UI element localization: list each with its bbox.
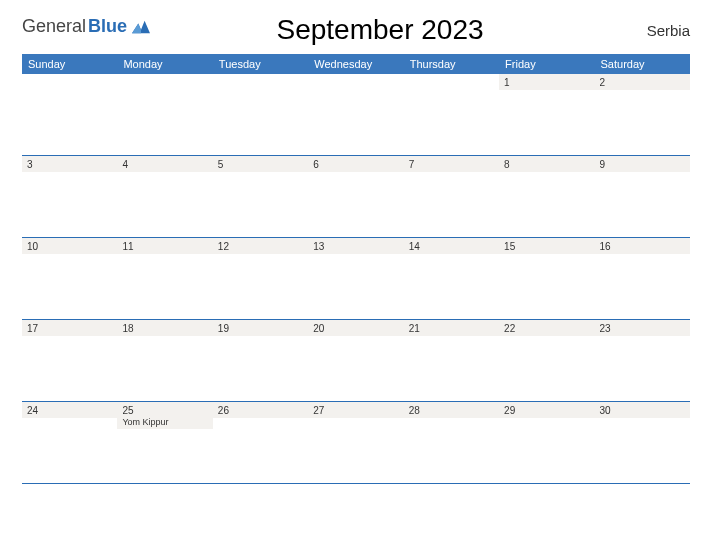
day-cell: 20 (308, 320, 403, 402)
day-body (595, 254, 690, 319)
day-body (22, 172, 117, 237)
day-body (404, 418, 499, 483)
day-body (117, 429, 212, 483)
day-number: 14 (409, 241, 494, 252)
dayname-mon: Monday (117, 54, 212, 74)
day-body (213, 254, 308, 319)
day-number: 7 (409, 159, 494, 170)
day-body (595, 90, 690, 155)
day-number: 19 (218, 323, 303, 334)
day-number: 15 (504, 241, 589, 252)
day-body (499, 90, 594, 155)
day-body (213, 172, 308, 237)
dayname-fri: Friday (499, 54, 594, 74)
week-row: 17181920212223 (22, 320, 690, 402)
day-cell: 2 (595, 74, 690, 156)
day-body (22, 336, 117, 401)
day-cell: 17 (22, 320, 117, 402)
day-body (117, 336, 212, 401)
day-body (308, 172, 403, 237)
day-number: 22 (504, 323, 589, 334)
day-body (213, 418, 308, 483)
day-body (499, 254, 594, 319)
day-number: 13 (313, 241, 398, 252)
day-cell: 14 (404, 238, 499, 320)
day-body (595, 172, 690, 237)
day-number: 28 (409, 405, 494, 416)
day-cell: 13 (308, 238, 403, 320)
day-cell: 19 (213, 320, 308, 402)
day-cell: 10 (22, 238, 117, 320)
week-row: 3456789 (22, 156, 690, 238)
day-cell: 4 (117, 156, 212, 238)
day-cell: 5 (213, 156, 308, 238)
day-body (404, 172, 499, 237)
day-cell: 23 (595, 320, 690, 402)
calendar: Sunday Monday Tuesday Wednesday Thursday… (22, 54, 690, 484)
week-row: 2425Yom Kippur2627282930 (22, 402, 690, 484)
day-body (499, 172, 594, 237)
day-number: 20 (313, 323, 398, 334)
day-body (308, 418, 403, 483)
day-cell: 15 (499, 238, 594, 320)
day-number: 1 (504, 77, 589, 88)
day-number: 18 (122, 323, 207, 334)
day-cell: 30 (595, 402, 690, 484)
day-body (499, 418, 594, 483)
day-body (22, 254, 117, 319)
wave-icon (132, 20, 150, 34)
dayname-wed: Wednesday (308, 54, 403, 74)
week-row: 10111213141516 (22, 238, 690, 320)
day-number: 10 (27, 241, 112, 252)
day-cell: 9 (595, 156, 690, 238)
day-cell: 27 (308, 402, 403, 484)
day-number: 27 (313, 405, 398, 416)
day-cell: 25Yom Kippur (117, 402, 212, 484)
day-body (595, 418, 690, 483)
day-number: 23 (600, 323, 685, 334)
day-number: 25 (122, 405, 207, 416)
day-body (404, 336, 499, 401)
header: GeneralBlue September 2023 Serbia (22, 12, 690, 46)
brand-blue: Blue (88, 16, 127, 37)
day-body (308, 336, 403, 401)
day-cell: 18 (117, 320, 212, 402)
day-cell: 6 (308, 156, 403, 238)
day-cell: 1 (499, 74, 594, 156)
day-number: 24 (27, 405, 112, 416)
day-cell: 21 (404, 320, 499, 402)
day-body (22, 418, 117, 483)
day-body (213, 336, 308, 401)
day-number: 21 (409, 323, 494, 334)
day-body (308, 254, 403, 319)
day-cell-blank (22, 74, 117, 156)
day-body (404, 254, 499, 319)
day-number: 30 (600, 405, 685, 416)
day-cell: 11 (117, 238, 212, 320)
dayname-sun: Sunday (22, 54, 117, 74)
day-cell-blank (404, 74, 499, 156)
day-cell: 28 (404, 402, 499, 484)
day-cell: 16 (595, 238, 690, 320)
day-number: 4 (122, 159, 207, 170)
day-cell: 12 (213, 238, 308, 320)
day-number: 12 (218, 241, 303, 252)
day-body (117, 172, 212, 237)
day-cell: 8 (499, 156, 594, 238)
day-number: 11 (122, 241, 207, 252)
day-cell-blank (117, 74, 212, 156)
day-number: 5 (218, 159, 303, 170)
day-cell: 26 (213, 402, 308, 484)
day-cell-blank (308, 74, 403, 156)
day-cell: 22 (499, 320, 594, 402)
day-number: 6 (313, 159, 398, 170)
day-number: 3 (27, 159, 112, 170)
event-label: Yom Kippur (122, 417, 207, 427)
day-number: 17 (27, 323, 112, 334)
weeks-container: 1234567891011121314151617181920212223242… (22, 74, 690, 484)
day-body (499, 336, 594, 401)
day-number: 8 (504, 159, 589, 170)
day-number: 9 (600, 159, 685, 170)
day-cell: 24 (22, 402, 117, 484)
day-cell: 7 (404, 156, 499, 238)
